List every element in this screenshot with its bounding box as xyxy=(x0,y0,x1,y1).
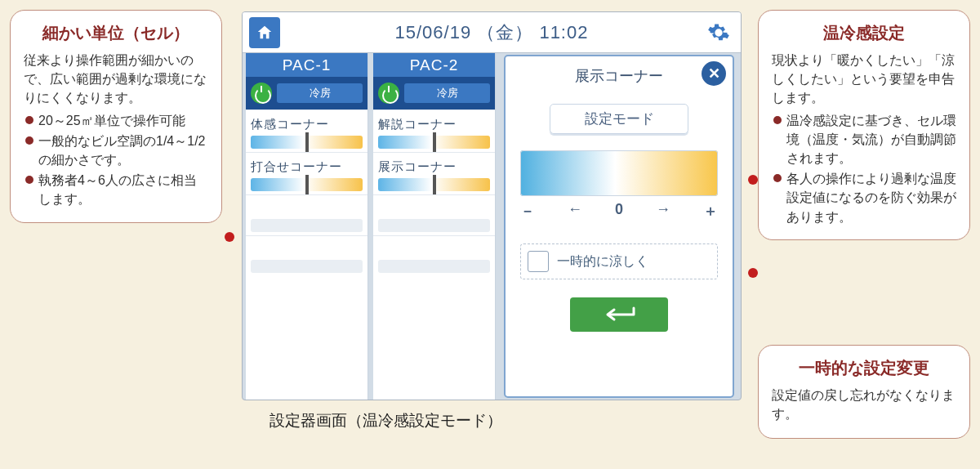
comfort-slider[interactable] xyxy=(378,136,490,149)
thermostat-screen: 15/06/19 （金） 11:02 PAC-1 冷房 体感コーナー 打合せコー… xyxy=(242,11,742,400)
zone-label xyxy=(251,202,363,216)
annotation-title: 一時的な設定変更 xyxy=(772,357,956,379)
zone-label: 展示コーナー xyxy=(378,159,490,175)
annotation-title: 細かい単位（セル） xyxy=(24,22,208,44)
panel-title: 展示コーナー xyxy=(575,66,663,86)
comfort-slider xyxy=(378,260,490,273)
annotation-bullet: 一般的なビル空調の1/4～1/2の細かさです。 xyxy=(24,132,208,169)
clock-text: 15/06/19 （金） 11:02 xyxy=(287,20,697,45)
zone-label: 体感コーナー xyxy=(251,117,363,132)
callout-dot xyxy=(748,175,758,185)
annotation-temporary: 一時的な設定変更 設定値の戻し忘れがなくなります。 xyxy=(758,345,970,439)
close-button[interactable]: ✕ xyxy=(702,61,726,86)
figure-caption: 設定器画面（温冷感設定モード） xyxy=(270,410,502,431)
gear-icon xyxy=(707,21,730,44)
zone-cell[interactable]: 展示コーナー xyxy=(373,152,495,194)
zone-cell-empty xyxy=(246,235,368,276)
callout-dot xyxy=(225,232,234,242)
confirm-button[interactable] xyxy=(570,297,668,332)
annotation-lead: 現状より「暖かくしたい」「涼しくしたい」という要望を申告します。 xyxy=(772,51,956,108)
comfort-slider xyxy=(251,219,363,232)
status-bar: 15/06/19 （金） 11:02 xyxy=(243,12,741,53)
callout-dot xyxy=(748,268,758,278)
zone-label xyxy=(378,202,490,216)
annotation-bullet: 各人の操作により過剰な温度設定値になるのを防ぐ効果があります。 xyxy=(772,169,956,226)
override-label: 一時的に涼しく xyxy=(557,253,648,270)
unit-column: PAC-1 冷房 体感コーナー 打合せコーナー xyxy=(246,53,368,400)
unit-status-row: 冷房 xyxy=(373,77,495,109)
slider-ticks: － ← 0 → ＋ xyxy=(520,201,718,221)
comfort-slider[interactable] xyxy=(251,136,363,149)
zone-label: 解説コーナー xyxy=(378,117,490,132)
zone-cell-empty xyxy=(246,194,368,235)
annotation-lead: 従来より操作範囲が細かいので、広い範囲が過剰な環境になりにくくなります。 xyxy=(24,51,208,108)
comfort-slider[interactable] xyxy=(251,178,363,191)
zone-cell[interactable]: 解説コーナー xyxy=(373,109,495,152)
power-button[interactable] xyxy=(251,83,272,104)
annotation-thermal: 温冷感設定 現状より「暖かくしたい」「涼しくしたい」という要望を申告します。 温… xyxy=(758,10,970,240)
annotation-cell-unit: 細かい単位（セル） 従来より操作範囲が細かいので、広い範囲が過剰な環境になりにく… xyxy=(10,10,222,223)
tick: ＋ xyxy=(703,201,718,221)
annotation-title: 温冷感設定 xyxy=(772,22,956,44)
tick: → xyxy=(656,201,670,221)
power-button[interactable] xyxy=(378,83,399,104)
home-button[interactable] xyxy=(249,17,280,48)
zone-label xyxy=(251,243,363,257)
mode-chip[interactable]: 冷房 xyxy=(404,83,490,103)
zone-cell-empty xyxy=(373,235,495,276)
enter-icon xyxy=(601,305,637,324)
zone-cell-empty xyxy=(373,194,495,235)
thermal-setting-panel: 展示コーナー ✕ 設定モード － ← 0 → ＋ 一時的に涼しく xyxy=(504,55,734,398)
tick: 0 xyxy=(615,201,623,221)
annotation-bullet: 執務者4～6人の広さに相当します。 xyxy=(24,171,208,208)
thermal-slider[interactable] xyxy=(520,150,718,196)
comfort-slider xyxy=(378,219,490,232)
settings-button[interactable] xyxy=(703,17,734,48)
unit-header: PAC-2 xyxy=(373,53,495,77)
home-icon xyxy=(256,24,274,42)
mode-button[interactable]: 設定モード xyxy=(550,104,688,134)
close-icon: ✕ xyxy=(708,65,720,83)
tick: ← xyxy=(568,201,582,221)
annotation-bullet: 温冷感設定に基づき、セル環境（温度・気流）が自動調節されます。 xyxy=(772,111,956,168)
annotation-lead: 設定値の戻し忘れがなくなります。 xyxy=(772,386,956,423)
unit-column: PAC-2 冷房 解説コーナー 展示コーナー xyxy=(373,53,496,400)
tick: － xyxy=(520,201,535,221)
zone-cell[interactable]: 打合せコーナー xyxy=(246,152,368,194)
zone-label xyxy=(378,243,490,257)
zone-label: 打合せコーナー xyxy=(251,159,363,175)
mode-chip[interactable]: 冷房 xyxy=(277,83,363,103)
unit-header: PAC-1 xyxy=(246,53,368,77)
zone-cell[interactable]: 体感コーナー xyxy=(246,109,368,152)
comfort-slider[interactable] xyxy=(378,178,490,191)
override-checkbox[interactable] xyxy=(528,251,549,272)
annotation-bullet: 20～25㎡単位で操作可能 xyxy=(24,111,208,130)
comfort-slider xyxy=(251,260,363,273)
temporary-override-row[interactable]: 一時的に涼しく xyxy=(520,243,718,279)
unit-status-row: 冷房 xyxy=(246,77,368,109)
